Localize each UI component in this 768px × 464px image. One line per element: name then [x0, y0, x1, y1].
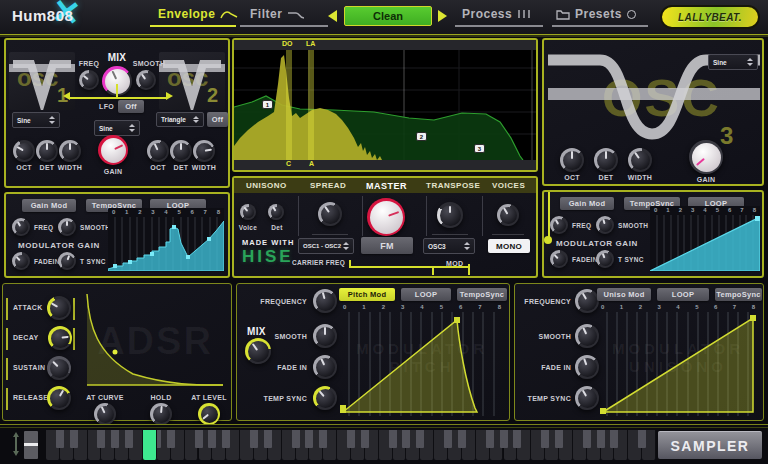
hold-knob[interactable] — [150, 403, 172, 425]
eq-marker-1[interactable]: 1 — [262, 100, 273, 109]
mono-button[interactable]: MONO — [488, 239, 530, 253]
osc2-wave-dropdown[interactable]: Triangle — [156, 112, 204, 127]
piano-black-key[interactable] — [111, 430, 119, 448]
piano-black-key[interactable] — [555, 430, 563, 448]
osc3-gain-knob[interactable] — [689, 140, 723, 174]
temposync-button[interactable]: TempoSync — [715, 288, 762, 301]
loop-button[interactable]: LOOP — [401, 288, 451, 301]
piano-black-key[interactable] — [97, 430, 105, 448]
pitch-mod-display[interactable]: 012345678 MODULATOR PITCH — [339, 304, 505, 416]
loop-button[interactable]: LOOP — [657, 288, 709, 301]
eq-marker-3[interactable]: 3 — [474, 144, 485, 153]
osc3-oct-knob[interactable] — [560, 148, 584, 172]
piano-black-key[interactable] — [56, 430, 64, 448]
master-volume-knob[interactable] — [367, 198, 405, 236]
keyboard-keys[interactable] — [46, 430, 656, 460]
attack-knob[interactable] — [47, 296, 71, 320]
fm-button[interactable]: FM — [361, 237, 413, 254]
preset-prev-button[interactable] — [328, 10, 337, 22]
osc1-oct-knob[interactable] — [13, 140, 35, 162]
adsr-envelope-display[interactable]: ADSR — [81, 292, 229, 388]
transpose-knob[interactable] — [437, 202, 463, 228]
eq-marker-2[interactable]: 2 — [416, 132, 427, 141]
mod-fadein-knob[interactable] — [12, 252, 30, 270]
settings-ring-icon[interactable] — [627, 10, 636, 19]
piano-black-key[interactable] — [597, 430, 605, 448]
voices-knob[interactable] — [497, 204, 519, 226]
tab-envelope[interactable]: Envelope — [158, 7, 238, 21]
gain-mod-button[interactable]: Gain Mod — [560, 197, 614, 210]
piano-black-key[interactable] — [458, 430, 466, 448]
osc1-waveform-display[interactable]: osc 1 — [9, 52, 75, 110]
piano-black-key[interactable] — [416, 430, 424, 448]
piano-black-key[interactable] — [541, 430, 549, 448]
decay-knob[interactable] — [48, 326, 72, 350]
mod-smooth-knob[interactable] — [596, 216, 614, 234]
process-button[interactable]: Process — [462, 7, 531, 21]
piano-black-key[interactable] — [264, 430, 272, 448]
gain-mod-button[interactable]: Gain Mod — [22, 199, 76, 212]
det-knob[interactable] — [268, 204, 284, 220]
osc3-wave-dropdown[interactable]: Sine — [708, 54, 758, 70]
frequency-knob[interactable] — [575, 289, 599, 313]
pitch-mix-knob[interactable] — [245, 338, 271, 364]
piano-black-key[interactable] — [195, 430, 203, 448]
mod-smooth-knob[interactable] — [58, 218, 76, 236]
mod-freq-knob[interactable] — [550, 216, 568, 234]
osc1-wave-dropdown[interactable]: Sine — [12, 112, 60, 128]
fade-in-knob[interactable] — [313, 355, 337, 379]
mod-wheel-handle[interactable] — [24, 443, 38, 446]
voice-knob[interactable] — [240, 204, 256, 220]
mod-tsync-knob[interactable] — [58, 252, 76, 270]
at-curve-knob[interactable] — [94, 403, 116, 425]
mod-freq-knob[interactable] — [12, 218, 30, 236]
temposync-button[interactable]: TempoSync — [457, 288, 507, 301]
piano-black-key[interactable] — [583, 430, 591, 448]
temp-sync-knob[interactable] — [313, 386, 337, 410]
osc3-width-knob[interactable] — [628, 148, 652, 172]
sampler-button[interactable]: SAMPLER — [658, 431, 762, 459]
at-level-knob[interactable] — [198, 403, 220, 425]
mod-fadein-knob[interactable] — [550, 250, 568, 268]
spectrum-analyzer-display[interactable] — [234, 50, 536, 160]
piano-black-key[interactable] — [638, 430, 646, 448]
osc1-det-knob[interactable] — [36, 140, 58, 162]
tab-filter[interactable]: Filter — [250, 7, 305, 21]
osc2-width-knob[interactable] — [193, 140, 215, 162]
osc2-oct-knob[interactable] — [147, 140, 169, 162]
osc2-waveform-display[interactable]: osc 2 — [159, 52, 225, 110]
gain-mod-display[interactable]: 012345678 — [108, 208, 224, 272]
frequency-knob[interactable] — [313, 289, 337, 313]
smooth-knob[interactable] — [575, 324, 599, 348]
gain-mod-display[interactable]: 012345678 — [650, 206, 760, 272]
piano-black-key[interactable] — [444, 430, 452, 448]
osc2-det-knob[interactable] — [170, 140, 192, 162]
piano-black-key[interactable] — [167, 430, 175, 448]
piano-black-key[interactable] — [125, 430, 133, 448]
piano-black-key[interactable] — [250, 430, 258, 448]
piano-black-key[interactable] — [319, 430, 327, 448]
smooth-knob[interactable] — [313, 324, 337, 348]
osc2-off-button[interactable]: Off — [207, 112, 228, 127]
piano-black-key[interactable] — [347, 430, 355, 448]
lfo-off-button[interactable]: Off — [118, 100, 144, 113]
osc1-gain-knob[interactable] — [98, 135, 128, 165]
mod-tsync-knob[interactable] — [596, 250, 614, 268]
piano-key-7[interactable] — [143, 430, 157, 460]
fade-in-knob[interactable] — [575, 355, 599, 379]
freq-knob[interactable] — [79, 70, 99, 90]
presets-button[interactable]: Presets — [556, 7, 636, 21]
piano-black-key[interactable] — [361, 430, 369, 448]
spread-knob[interactable] — [318, 202, 342, 226]
smooth-knob[interactable] — [136, 70, 156, 90]
piano-black-key[interactable] — [292, 430, 300, 448]
osc3-det-knob[interactable] — [594, 148, 618, 172]
lfo-wave-dropdown[interactable]: Sine — [94, 120, 140, 136]
piano-black-key[interactable] — [222, 430, 230, 448]
preset-next-button[interactable] — [438, 10, 447, 22]
piano-black-key[interactable] — [208, 430, 216, 448]
temp-sync-knob[interactable] — [575, 386, 599, 410]
pitch-mod-button[interactable]: Pitch Mod — [339, 288, 395, 301]
piano-black-key[interactable] — [486, 430, 494, 448]
release-knob[interactable] — [47, 386, 71, 410]
